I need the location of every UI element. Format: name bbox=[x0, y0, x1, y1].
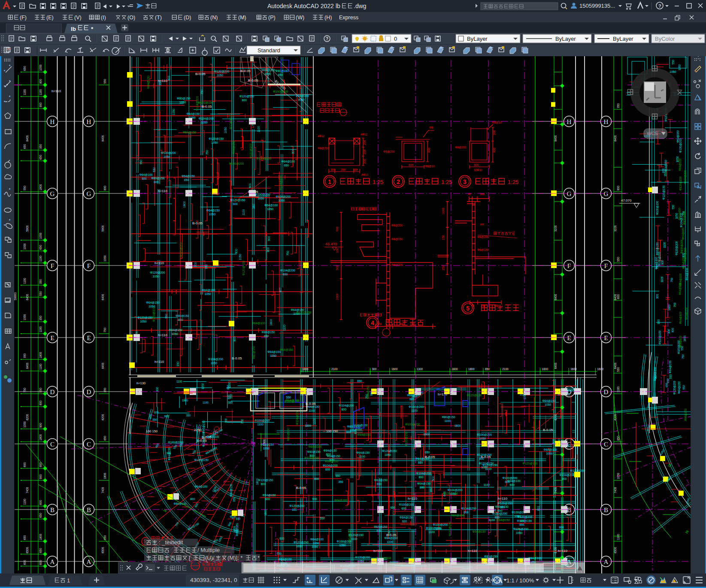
svg-text:8400: 8400 bbox=[26, 135, 29, 142]
svg-text:200: 200 bbox=[363, 159, 366, 164]
svg-text:(O): (O) bbox=[127, 15, 135, 21]
svg-text:C: C bbox=[604, 441, 608, 448]
svg-text:550: 550 bbox=[236, 517, 240, 520]
svg-text:Φ8@200: Φ8@200 bbox=[455, 146, 467, 149]
svg-text:43.470: 43.470 bbox=[325, 242, 337, 246]
svg-text:Φ100@200: Φ100@200 bbox=[433, 523, 448, 526]
svg-text:1300: 1300 bbox=[417, 368, 423, 371]
svg-text:E: E bbox=[567, 335, 571, 341]
svg-text:1100: 1100 bbox=[483, 483, 490, 486]
svg-text:650: 650 bbox=[39, 155, 42, 160]
svg-text:350: 350 bbox=[152, 418, 157, 421]
svg-text:350: 350 bbox=[430, 487, 433, 492]
svg-text:H: H bbox=[87, 118, 91, 125]
svg-text:5900: 5900 bbox=[26, 225, 29, 232]
svg-text:200: 200 bbox=[363, 149, 366, 154]
svg-text:Φ64@100: Φ64@100 bbox=[685, 268, 688, 280]
svg-text:Φ120@150: Φ120@150 bbox=[467, 394, 482, 397]
svg-text:h=110: h=110 bbox=[155, 261, 164, 265]
svg-text:WCS: WCS bbox=[647, 131, 658, 136]
svg-text:1050: 1050 bbox=[267, 208, 273, 211]
svg-text:1800: 1800 bbox=[302, 368, 309, 371]
svg-text:Φ84@150: Φ84@150 bbox=[324, 449, 337, 452]
svg-text:500: 500 bbox=[336, 265, 339, 270]
svg-text:6200: 6200 bbox=[26, 414, 29, 420]
svg-text:(V): (V) bbox=[74, 15, 82, 21]
svg-text:350: 350 bbox=[39, 144, 42, 149]
svg-text:(I): (I) bbox=[101, 15, 106, 21]
svg-text:Φ84@150: Φ84@150 bbox=[678, 381, 681, 394]
svg-text:550: 550 bbox=[672, 205, 675, 209]
svg-text:1050: 1050 bbox=[140, 320, 146, 323]
svg-text:650: 650 bbox=[227, 385, 230, 389]
svg-text:Φ64@150: Φ64@150 bbox=[146, 301, 159, 304]
svg-text:650: 650 bbox=[39, 245, 42, 250]
svg-text:h=110: h=110 bbox=[468, 549, 477, 553]
svg-text:1050: 1050 bbox=[482, 466, 488, 469]
svg-text:550: 550 bbox=[153, 167, 156, 172]
svg-text:Φ6@150: Φ6@150 bbox=[477, 248, 489, 251]
svg-text:Φ120@200: Φ120@200 bbox=[289, 504, 304, 507]
svg-text:400: 400 bbox=[493, 148, 496, 153]
svg-text:Φ120@150: Φ120@150 bbox=[382, 449, 397, 452]
svg-text:Φ64@150: Φ64@150 bbox=[417, 482, 430, 485]
svg-text:250: 250 bbox=[442, 265, 445, 270]
svg-text:Φ104@200: Φ104@200 bbox=[684, 170, 687, 184]
svg-text:600: 600 bbox=[519, 523, 524, 526]
svg-text:1100: 1100 bbox=[617, 534, 620, 540]
svg-text:Φ100@200: Φ100@200 bbox=[477, 433, 492, 436]
svg-text:800: 800 bbox=[661, 260, 664, 265]
svg-text:Φ104@200: Φ104@200 bbox=[304, 456, 319, 459]
svg-text:600: 600 bbox=[242, 99, 247, 102]
svg-text:650: 650 bbox=[284, 164, 289, 167]
svg-text:1800: 1800 bbox=[455, 424, 461, 427]
svg-text:Φ120@200: Φ120@200 bbox=[294, 541, 309, 544]
svg-text:Φ64@150: Φ64@150 bbox=[327, 455, 340, 458]
svg-text:1050: 1050 bbox=[164, 155, 170, 158]
svg-text:600: 600 bbox=[23, 462, 26, 467]
svg-text:Φ80@150: Φ80@150 bbox=[442, 416, 455, 419]
svg-text:900: 900 bbox=[657, 320, 660, 324]
svg-text:/ Multiple: / Multiple bbox=[197, 547, 220, 553]
svg-text:600: 600 bbox=[23, 560, 26, 565]
svg-text:7400: 7400 bbox=[26, 487, 29, 493]
svg-text:Φ64@100: Φ64@100 bbox=[282, 160, 295, 163]
svg-text:F: F bbox=[51, 262, 54, 269]
svg-text:ByLayer: ByLayer bbox=[555, 36, 576, 42]
svg-text:D: D bbox=[87, 389, 91, 395]
svg-text:Φ64@100: Φ64@100 bbox=[451, 514, 464, 517]
svg-text:8400: 8400 bbox=[614, 135, 617, 142]
svg-text:8400: 8400 bbox=[554, 135, 557, 142]
svg-text:900: 900 bbox=[671, 328, 674, 332]
svg-text:Φ64@100: Φ64@100 bbox=[194, 485, 207, 488]
svg-text:Φ64@150: Φ64@150 bbox=[232, 141, 235, 154]
svg-text:1800: 1800 bbox=[468, 368, 475, 371]
svg-text:B-0.05: B-0.05 bbox=[232, 356, 242, 360]
svg-text:1100: 1100 bbox=[359, 455, 365, 458]
svg-text:1100: 1100 bbox=[428, 531, 435, 534]
svg-text:Φ120@150: Φ120@150 bbox=[239, 95, 254, 98]
svg-text:Φ80@150: Φ80@150 bbox=[484, 555, 497, 558]
svg-text:1100: 1100 bbox=[444, 419, 451, 422]
svg-text:G: G bbox=[50, 190, 55, 197]
svg-text:600: 600 bbox=[474, 163, 479, 166]
svg-text:600: 600 bbox=[409, 398, 415, 401]
svg-text:800: 800 bbox=[39, 401, 42, 405]
svg-text:1:25: 1:25 bbox=[441, 179, 452, 185]
svg-text:6400: 6400 bbox=[26, 294, 29, 300]
svg-text:Φ104@200: Φ104@200 bbox=[559, 473, 574, 476]
svg-text:1050: 1050 bbox=[516, 531, 522, 534]
svg-text:h=110: h=110 bbox=[408, 497, 417, 501]
svg-text:Φ104@200: Φ104@200 bbox=[280, 269, 295, 272]
svg-text:Φ100@200: Φ100@200 bbox=[399, 503, 414, 506]
svg-text:750: 750 bbox=[682, 354, 685, 359]
svg-text:H: H bbox=[604, 118, 609, 125]
svg-text:Φ100@200: Φ100@200 bbox=[405, 423, 420, 426]
svg-text:1: 1 bbox=[67, 577, 70, 584]
svg-text:1050: 1050 bbox=[211, 141, 218, 144]
svg-text:600: 600 bbox=[283, 273, 288, 276]
svg-text:900: 900 bbox=[346, 431, 351, 434]
svg-text:800: 800 bbox=[267, 247, 270, 252]
svg-text:Φ64@150: Φ64@150 bbox=[202, 289, 215, 292]
svg-text:Φ104@200: Φ104@200 bbox=[416, 472, 431, 475]
